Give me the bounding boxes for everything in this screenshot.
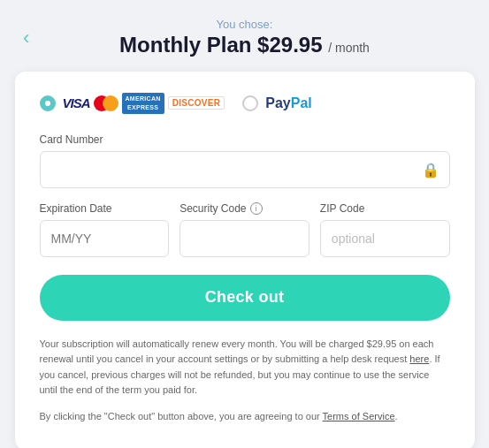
header: ‹ You chose: Monthly Plan $29.95 / month — [14, 18, 475, 57]
tos-link[interactable]: Terms of Service — [323, 411, 395, 421]
plan-price: $29.95 — [257, 33, 322, 57]
payment-card: VISA AMERICANEXPRESS DISCOVER PayPal Car… — [15, 72, 475, 448]
you-chose-label: You chose: — [14, 18, 475, 31]
zip-group: ZIP Code — [320, 202, 450, 257]
security-code-input[interactable] — [180, 220, 309, 257]
paypal-pal: Pal — [291, 95, 312, 110]
paypal-option[interactable]: PayPal — [242, 95, 311, 111]
zip-input[interactable] — [320, 220, 450, 257]
card-number-label: Card Number — [40, 133, 450, 146]
credit-card-radio[interactable] — [40, 95, 56, 111]
paypal-pay: Pay — [265, 95, 290, 110]
per-month: / month — [328, 41, 370, 55]
payment-methods: VISA AMERICANEXPRESS DISCOVER PayPal — [40, 93, 450, 114]
card-number-input[interactable] — [40, 151, 450, 188]
discover-logo: DISCOVER — [168, 96, 225, 110]
paypal-radio[interactable] — [242, 95, 258, 111]
page-wrapper: ‹ You chose: Monthly Plan $29.95 / month… — [0, 0, 489, 448]
expiration-label: Expiration Date — [40, 202, 170, 215]
disclaimer-text: Your subscription will automatically ren… — [40, 337, 450, 399]
zip-label: ZIP Code — [320, 202, 450, 215]
expiration-group: Expiration Date — [40, 202, 170, 257]
mc-circle-right — [103, 95, 118, 111]
paypal-logo: PayPal — [265, 95, 311, 111]
lock-icon: 🔒 — [422, 161, 439, 178]
security-group: Security Code i — [180, 202, 309, 257]
expiration-input[interactable] — [40, 220, 170, 257]
back-button[interactable]: ‹ — [23, 27, 29, 49]
amex-logo: AMERICANEXPRESS — [122, 93, 164, 114]
checkout-button[interactable]: Check out — [40, 275, 450, 321]
mastercard-logo — [94, 95, 118, 111]
card-logos: VISA AMERICANEXPRESS DISCOVER — [63, 93, 225, 114]
form-row: Expiration Date Security Code i ZIP Code — [40, 202, 450, 271]
tos-text: By clicking the "Check out" button above… — [40, 409, 450, 425]
plan-name: Monthly Plan — [119, 33, 251, 57]
security-info-icon[interactable]: i — [250, 202, 263, 215]
card-number-wrapper: 🔒 — [40, 151, 450, 188]
security-label: Security Code i — [180, 202, 309, 215]
card-number-group: Card Number 🔒 — [40, 133, 450, 188]
visa-logo: VISA — [63, 95, 90, 110]
credit-card-option[interactable]: VISA AMERICANEXPRESS DISCOVER — [40, 93, 225, 114]
plan-title: Monthly Plan $29.95 / month — [14, 33, 475, 57]
here-link[interactable]: here — [409, 353, 429, 364]
